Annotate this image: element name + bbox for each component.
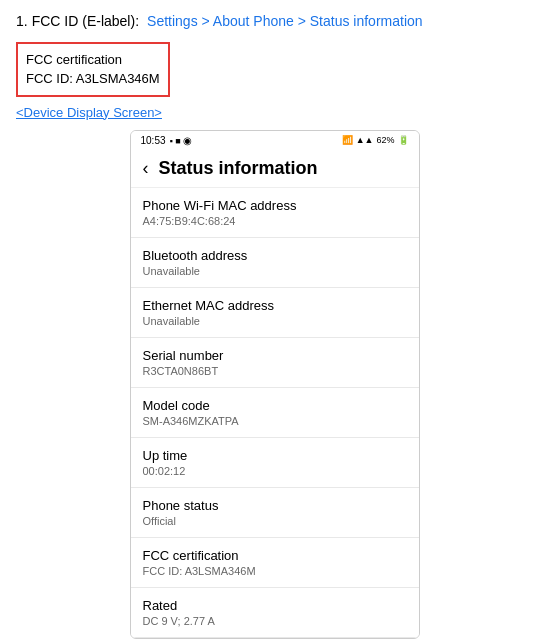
breadcrumb-path[interactable]: Settings > About Phone > Status informat…	[147, 12, 423, 32]
row-label: Rated	[143, 598, 407, 613]
row-value: 00:02:12	[143, 465, 407, 477]
wifi-icon: 📶	[342, 135, 353, 145]
row-value: R3CTA0N86BT	[143, 365, 407, 377]
table-row: Phone Wi-Fi MAC address A4:75:B9:4C:68:2…	[131, 188, 419, 238]
table-row: FCC certification FCC ID: A3LSMA346M	[131, 538, 419, 588]
row-label: Phone Wi-Fi MAC address	[143, 198, 407, 213]
row-label: Bluetooth address	[143, 248, 407, 263]
phone-status-bar: 10:53 ▪ ■ ◉ 📶 ▲▲ 62% 🔋	[131, 131, 419, 150]
table-row: Up time 00:02:12	[131, 438, 419, 488]
row-label: Phone status	[143, 498, 407, 513]
row-value: FCC ID: A3LSMA346M	[143, 565, 407, 577]
table-row: Model code SM-A346MZKATPA	[131, 388, 419, 438]
phone-header: ‹ Status information	[131, 150, 419, 188]
fcc-certification-box: FCC certification FCC ID: A3LSMA346M	[16, 42, 170, 97]
status-time: 10:53	[141, 135, 166, 146]
row-value: Official	[143, 515, 407, 527]
row-value: Unavailable	[143, 265, 407, 277]
fcc-line1: FCC certification	[26, 50, 160, 70]
phone-mockup: 10:53 ▪ ■ ◉ 📶 ▲▲ 62% 🔋 ‹ Status informat…	[130, 130, 420, 639]
row-value: Unavailable	[143, 315, 407, 327]
row-label: Serial number	[143, 348, 407, 363]
row-label: Model code	[143, 398, 407, 413]
row-label: Ethernet MAC address	[143, 298, 407, 313]
phone-content: Phone Wi-Fi MAC address A4:75:B9:4C:68:2…	[131, 188, 419, 638]
step-number: 1.	[16, 12, 28, 32]
status-right-icons: 📶 ▲▲ 62% 🔋	[342, 135, 409, 145]
step-header: 1. FCC ID (E-label): Settings > About Ph…	[16, 12, 533, 32]
step-label: FCC ID (E-label):	[32, 12, 139, 32]
phone-screen-title: Status information	[159, 158, 318, 179]
row-value: A4:75:B9:4C:68:24	[143, 215, 407, 227]
status-icons: ▪ ■ ◉	[170, 135, 193, 146]
row-label: FCC certification	[143, 548, 407, 563]
signal-bars-icon: ▲▲	[356, 135, 374, 145]
row-label: Up time	[143, 448, 407, 463]
fcc-line2: FCC ID: A3LSMA346M	[26, 69, 160, 89]
battery-icon: 🔋	[398, 135, 409, 145]
back-button[interactable]: ‹	[143, 158, 149, 179]
battery-percent: 62%	[376, 135, 394, 145]
row-value: DC 9 V; 2.77 A	[143, 615, 407, 627]
row-value: SM-A346MZKATPA	[143, 415, 407, 427]
table-row: Ethernet MAC address Unavailable	[131, 288, 419, 338]
device-display-link[interactable]: <Device Display Screen>	[16, 105, 533, 120]
table-row: Phone status Official	[131, 488, 419, 538]
table-row: Serial number R3CTA0N86BT	[131, 338, 419, 388]
table-row: Rated DC 9 V; 2.77 A	[131, 588, 419, 638]
table-row: Bluetooth address Unavailable	[131, 238, 419, 288]
